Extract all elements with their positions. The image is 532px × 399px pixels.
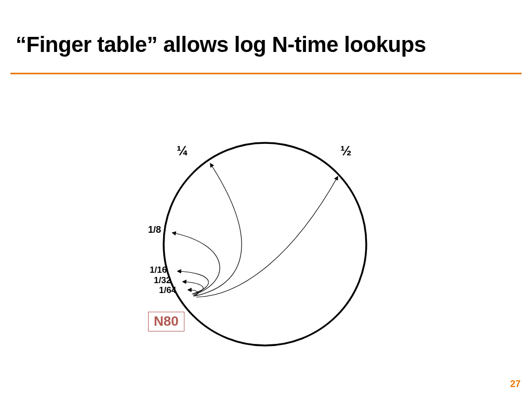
finger-arc-eighth bbox=[172, 233, 220, 295]
node-label-box: N80 bbox=[148, 312, 184, 331]
finger-arc-half bbox=[196, 177, 338, 297]
slide: “Finger table” allows log N-time lookups… bbox=[0, 0, 532, 399]
fraction-label-sixty-fourth: 1/64 bbox=[159, 285, 176, 296]
finger-table-diagram bbox=[135, 125, 395, 384]
fraction-label-thirty-second: 1/32 bbox=[154, 275, 171, 286]
fraction-label-quarter: ¼ bbox=[177, 143, 188, 159]
fraction-label-eighth: 1/8 bbox=[148, 224, 161, 235]
title-rule bbox=[10, 73, 522, 74]
fraction-label-half: ½ bbox=[340, 143, 352, 159]
node-label-text: N80 bbox=[154, 313, 179, 329]
fraction-label-sixteenth: 1/16 bbox=[150, 265, 167, 275]
slide-title: “Finger table” allows log N-time lookups bbox=[16, 32, 426, 57]
ring-circle bbox=[164, 143, 366, 345]
page-number: 27 bbox=[510, 379, 521, 390]
